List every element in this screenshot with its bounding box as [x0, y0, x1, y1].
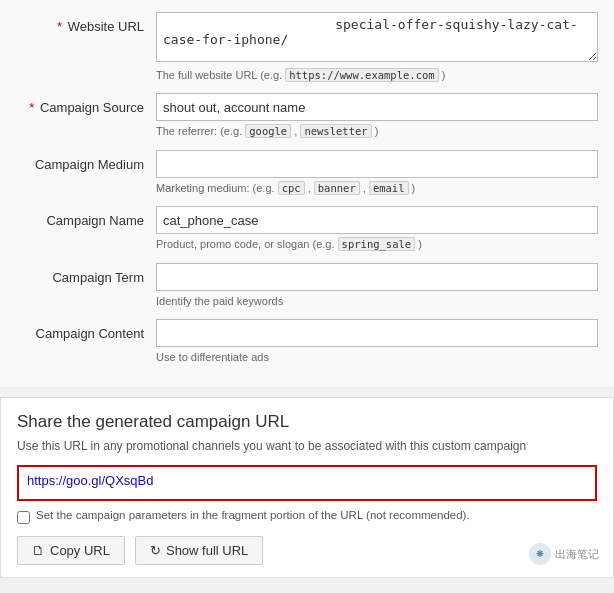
campaign-term-input[interactable]	[156, 263, 598, 291]
campaign-medium-label: Campaign Medium	[16, 150, 156, 174]
campaign-term-field-col: Identify the paid keywords	[156, 263, 598, 309]
campaign-source-row: * Campaign Source The referrer: (e.g. go…	[16, 93, 598, 139]
show-full-url-label: Show full URL	[166, 543, 248, 558]
campaign-name-input[interactable]	[156, 206, 598, 234]
campaign-content-input[interactable]	[156, 319, 598, 347]
campaign-name-hint: Product, promo code, or slogan (e.g. spr…	[156, 237, 598, 252]
campaign-content-hint: Use to differentiate ads	[156, 350, 598, 365]
campaign-source-input[interactable]	[156, 93, 598, 121]
show-full-url-button[interactable]: ↻ Show full URL	[135, 536, 263, 565]
share-title: Share the generated campaign URL	[17, 412, 597, 432]
campaign-medium-hint: Marketing medium: (e.g. cpc , banner , e…	[156, 181, 598, 196]
campaign-name-row: Campaign Name Product, promo code, or sl…	[16, 206, 598, 252]
campaign-term-label: Campaign Term	[16, 263, 156, 287]
fragment-checkbox-row: Set the campaign parameters in the fragm…	[17, 509, 597, 524]
required-star: *	[57, 19, 62, 34]
action-button-row: 🗋 Copy URL ↻ Show full URL	[17, 536, 597, 565]
website-url-row: * Website URL <span class="url-blurred">…	[16, 12, 598, 83]
refresh-icon: ↻	[150, 543, 161, 558]
required-star-2: *	[29, 100, 34, 115]
generated-url-display: https://goo.gl/QXsqBd	[17, 465, 597, 501]
copy-icon: 🗋	[32, 543, 45, 558]
fragment-checkbox-label: Set the campaign parameters in the fragm…	[36, 509, 470, 521]
website-url-field-col: <span class="url-blurred">••••••••••••••…	[156, 12, 598, 83]
campaign-source-hint: The referrer: (e.g. google , newsletter …	[156, 124, 598, 139]
campaign-source-field-col: The referrer: (e.g. google , newsletter …	[156, 93, 598, 139]
campaign-name-field-col: Product, promo code, or slogan (e.g. spr…	[156, 206, 598, 252]
share-section: Share the generated campaign URL Use thi…	[0, 397, 614, 578]
website-url-hint: The full website URL (e.g. https://www.e…	[156, 68, 598, 83]
copy-url-button[interactable]: 🗋 Copy URL	[17, 536, 125, 565]
website-url-label: * Website URL	[16, 12, 156, 36]
campaign-content-field-col: Use to differentiate ads	[156, 319, 598, 365]
campaign-term-hint: Identify the paid keywords	[156, 294, 598, 309]
watermark-logo: ❋	[529, 543, 551, 565]
watermark-text: 出海笔记	[555, 547, 599, 562]
share-subtitle: Use this URL in any promotional channels…	[17, 438, 597, 455]
watermark: ❋ 出海笔记	[529, 543, 599, 565]
campaign-content-row: Campaign Content Use to differentiate ad…	[16, 319, 598, 365]
campaign-source-label: * Campaign Source	[16, 93, 156, 117]
campaign-name-label: Campaign Name	[16, 206, 156, 230]
campaign-medium-input[interactable]	[156, 150, 598, 178]
fragment-checkbox[interactable]	[17, 511, 30, 524]
campaign-content-label: Campaign Content	[16, 319, 156, 343]
campaign-term-row: Campaign Term Identify the paid keywords	[16, 263, 598, 309]
website-url-input[interactable]: <span class="url-blurred">••••••••••••••…	[156, 12, 598, 62]
campaign-medium-field-col: Marketing medium: (e.g. cpc , banner , e…	[156, 150, 598, 196]
campaign-medium-row: Campaign Medium Marketing medium: (e.g. …	[16, 150, 598, 196]
copy-url-label: Copy URL	[50, 543, 110, 558]
